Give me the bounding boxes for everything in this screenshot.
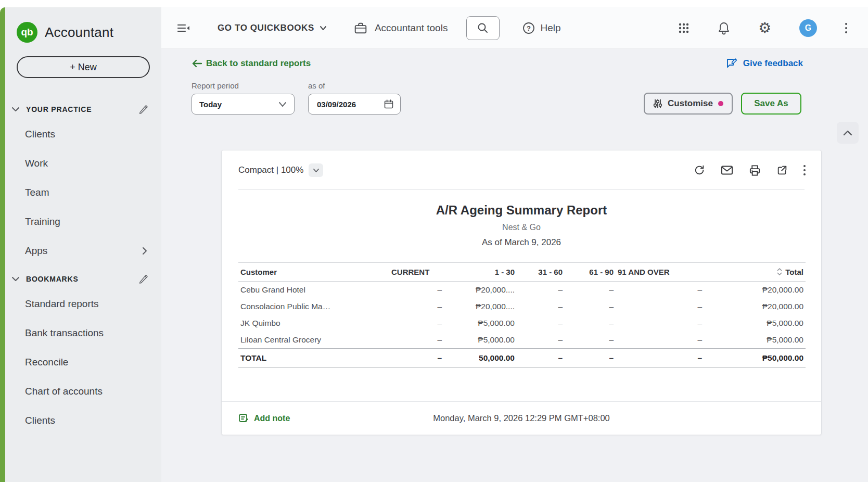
give-feedback-link[interactable]: Give feedback (725, 57, 803, 70)
accountant-tools-menu[interactable]: Accountant tools (354, 22, 448, 34)
quickbooks-logo-icon: qb (17, 22, 37, 43)
as-of-date-input[interactable]: 03/09/2026 (308, 94, 401, 115)
sidebar-item-standard-reports[interactable]: Standard reports (5, 289, 161, 319)
cell-total[interactable]: ₱20,000.00 (704, 298, 806, 315)
cell-1-30[interactable]: ₱5,000.00 (444, 315, 517, 332)
cell-total[interactable]: ₱5,000.00 (704, 332, 806, 349)
cell-customer[interactable]: Consolacion Public Ma… (238, 298, 389, 315)
save-as-button[interactable]: Save As (741, 93, 801, 115)
density-zoom-dropdown[interactable] (309, 163, 323, 177)
cell-1-30[interactable]: ₱5,000.00 (444, 332, 517, 349)
cell-current: – (389, 282, 444, 299)
table-row[interactable]: Cebu Grand Hotel – ₱20,000.... – – – ₱20… (238, 282, 806, 299)
cell-31-60: – (517, 315, 565, 332)
chevron-down-icon (278, 102, 287, 107)
sidebar-item-label: Clients (25, 129, 55, 140)
customise-button[interactable]: Customise (644, 93, 733, 115)
back-to-standard-reports-link[interactable]: Back to standard reports (192, 58, 311, 69)
avatar[interactable]: G (799, 19, 817, 37)
add-note-button[interactable]: Add note (238, 413, 290, 424)
cell-1-30[interactable]: ₱20,000.... (444, 282, 517, 299)
top-navigation: GO TO QUICKBOOKS Accountant tools (161, 7, 868, 49)
sidebar-item-team[interactable]: Team (5, 178, 161, 207)
refresh-icon[interactable] (694, 164, 705, 176)
go-to-quickbooks-menu[interactable]: GO TO QUICKBOOKS (218, 23, 327, 33)
col-total-label: Total (785, 268, 803, 276)
back-link-label: Back to standard reports (206, 58, 311, 69)
cell-current: – (389, 315, 444, 332)
sidebar-item-label: Chart of accounts (25, 386, 103, 397)
kebab-icon[interactable] (845, 23, 847, 33)
new-button[interactable]: + New (17, 56, 150, 78)
table-row[interactable]: Liloan Central Grocery – ₱5,000.00 – – –… (238, 332, 806, 349)
cell-customer[interactable]: Liloan Central Grocery (238, 332, 389, 349)
sidebar-item-bank-transactions[interactable]: Bank transactions (5, 319, 161, 348)
feedback-icon (725, 57, 738, 70)
sidebar-item-label: Standard reports (25, 298, 99, 310)
brand: qb Accountant (5, 7, 161, 43)
export-icon[interactable] (776, 164, 788, 176)
cell-1-30[interactable]: ₱20,000.... (444, 298, 517, 315)
total-91-over: – (616, 349, 704, 368)
sidebar-item-clients[interactable]: Clients (5, 120, 161, 149)
report-period-select[interactable]: Today (192, 94, 295, 115)
sidebar-item-reconcile[interactable]: Reconcile (5, 348, 161, 377)
cell-91-over: – (616, 282, 704, 299)
avatar-initial: G (799, 19, 817, 37)
sidebar-item-chart-of-accounts[interactable]: Chart of accounts (5, 377, 161, 406)
briefcase-icon (354, 22, 367, 34)
section-bookmarks[interactable]: BOOKMARKS (5, 269, 161, 289)
gear-icon[interactable]: ⚙ (758, 21, 771, 35)
calendar-icon (384, 99, 394, 109)
sidebar-item-work[interactable]: Work (5, 149, 161, 178)
sidebar-item-clients-2[interactable]: Clients (5, 406, 161, 435)
table-row[interactable]: JK Quimbo – ₱5,000.00 – – – ₱5,000.00 (238, 315, 806, 332)
cell-total[interactable]: ₱5,000.00 (704, 315, 806, 332)
sidebar-item-apps[interactable]: Apps (5, 236, 161, 265)
table-header-row: Customer CURRENT 1 - 30 31 - 60 61 - 90 … (238, 263, 806, 282)
pencil-icon[interactable] (138, 274, 148, 284)
section-your-practice[interactable]: YOUR PRACTICE (5, 99, 161, 120)
total-61-90: – (565, 349, 616, 368)
col-61-90: 61 - 90 (565, 263, 616, 282)
chevron-right-icon (142, 247, 148, 255)
search-input[interactable] (466, 16, 500, 40)
pencil-icon[interactable] (138, 105, 148, 114)
sidebar-item-label: Bank transactions (25, 327, 104, 339)
apps-grid-icon[interactable] (678, 22, 690, 34)
sidebar-item-training[interactable]: Training (5, 207, 161, 236)
cell-customer[interactable]: Cebu Grand Hotel (238, 282, 389, 299)
main-area: GO TO QUICKBOOKS Accountant tools (161, 7, 868, 482)
report-title: A/R Ageing Summary Report (222, 203, 821, 218)
cell-91-over: – (616, 332, 704, 349)
cell-31-60: – (517, 298, 565, 315)
cell-61-90: – (565, 282, 616, 299)
report-page: Back to standard reports Give feedback R… (161, 49, 868, 482)
cell-total[interactable]: ₱20,000.00 (704, 282, 806, 299)
cell-current: – (389, 298, 444, 315)
col-91-and-over: 91 AND OVER (616, 263, 704, 282)
chevron-up-icon (843, 130, 852, 136)
total-current: – (389, 349, 444, 368)
help-menu[interactable]: ? Help (522, 22, 560, 34)
density-zoom-control[interactable]: Compact | 100% (238, 163, 323, 177)
report-period-value: Today (199, 100, 278, 109)
collapse-sidebar-icon[interactable] (177, 23, 190, 33)
bell-icon[interactable] (718, 21, 730, 35)
sidebar-item-label: Apps (25, 245, 47, 257)
collapse-panel-button[interactable] (837, 122, 859, 144)
give-feedback-label: Give feedback (743, 58, 803, 69)
col-1-30: 1 - 30 (444, 263, 517, 282)
quickbooks-app: qb Accountant + New YOUR PRACTICE Client… (0, 0, 868, 482)
report-timestamp: Monday, March 9, 2026 12:29 PM GMT+08:00 (433, 413, 610, 423)
col-total-sortable[interactable]: Total (704, 263, 806, 282)
svg-text:?: ? (527, 24, 531, 32)
help-icon: ? (522, 22, 535, 34)
email-icon[interactable] (721, 165, 733, 175)
cell-customer[interactable]: JK Quimbo (238, 315, 389, 332)
table-row[interactable]: Consolacion Public Ma… – ₱20,000.... – –… (238, 298, 806, 315)
print-icon[interactable] (749, 164, 761, 176)
more-options-kebab-icon[interactable] (803, 165, 806, 175)
sidebar-item-label: Reconcile (25, 357, 68, 368)
sidebar-item-label: Team (25, 187, 49, 198)
